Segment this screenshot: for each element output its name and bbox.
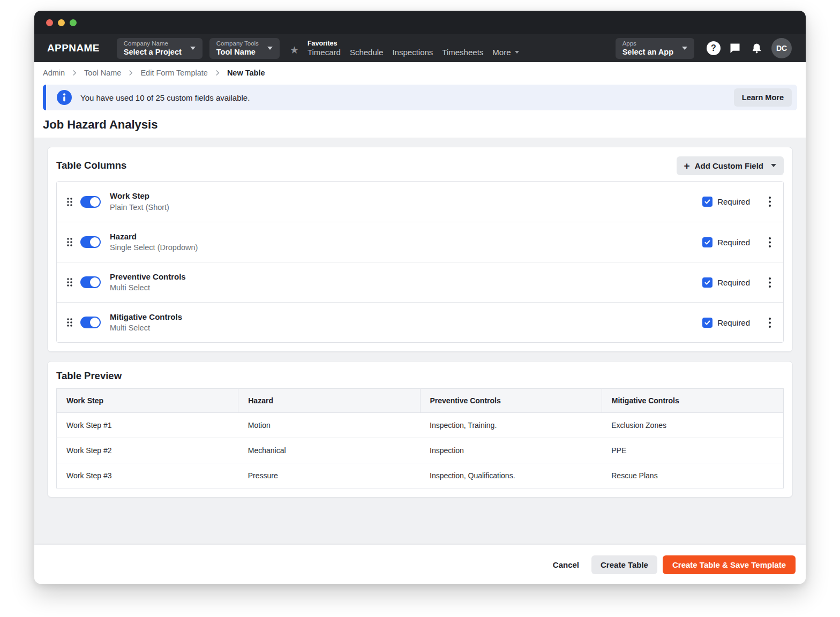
chevron-down-icon (771, 164, 776, 167)
apps-picker[interactable]: Apps Select an App (616, 38, 694, 59)
field-row-work-step: Work Step Plain Text (Short) Required (57, 182, 783, 222)
apps-picker-label: Apps (622, 40, 636, 47)
window-zoom-button[interactable] (70, 19, 77, 26)
project-picker-text: Company Name Select a Project (124, 40, 182, 57)
project-picker[interactable]: Company Name Select a Project (117, 38, 202, 59)
add-custom-field-button[interactable]: + Add Custom Field (677, 156, 784, 175)
apps-picker-value: Select an App (622, 47, 673, 57)
required-label: Required (717, 238, 750, 247)
breadcrumb: Admin Tool Name Edit Form Template New T… (34, 62, 806, 84)
nav-item-timecard[interactable]: Timecard (308, 48, 341, 57)
table-preview-heading: Table Preview (56, 370, 784, 382)
field-list: Work Step Plain Text (Short) Required (56, 181, 784, 343)
required-label: Required (717, 197, 750, 206)
field-toggle[interactable] (80, 196, 101, 208)
field-row-preventive-controls: Preventive Controls Multi Select Require… (57, 262, 783, 302)
help-button[interactable]: ? (703, 37, 724, 59)
add-custom-field-label: Add Custom Field (695, 161, 763, 170)
kebab-menu-button[interactable] (766, 315, 774, 330)
info-banner: You have used 10 of 25 custom fields ava… (43, 85, 797, 110)
breadcrumb-edit-form-template[interactable]: Edit Form Template (140, 69, 207, 77)
chevron-down-icon (515, 51, 519, 54)
footer-actions: Cancel Create Table Create Table & Save … (34, 545, 806, 584)
field-type: Plain Text (Short) (110, 202, 169, 213)
preview-header-row: Work Step Hazard Preventive Controls Mit… (57, 389, 784, 413)
cell: Mechanical (238, 438, 420, 463)
create-table-button[interactable]: Create Table (591, 555, 657, 574)
table-preview-card: Table Preview Work Step Hazard Preventiv… (47, 361, 793, 498)
field-toggle[interactable] (80, 236, 101, 248)
breadcrumb-tool-name[interactable]: Tool Name (84, 69, 121, 77)
drag-handle-icon[interactable] (64, 315, 75, 330)
field-row-hazard: Hazard Single Select (Dropdown) Required (57, 222, 783, 262)
main-content: Table Columns + Add Custom Field Work St… (34, 138, 806, 545)
field-toggle[interactable] (80, 317, 101, 328)
tool-picker-value: Tool Name (216, 47, 256, 57)
field-title: Preventive Controls (110, 271, 186, 283)
project-picker-value: Select a Project (124, 47, 182, 57)
tool-picker[interactable]: Company Tools Tool Name (209, 38, 280, 59)
table-columns-heading: Table Columns (56, 160, 126, 171)
cell: Inspection (420, 438, 602, 463)
chat-icon (729, 42, 741, 55)
nav-item-inspections[interactable]: Inspections (392, 48, 433, 57)
window-close-button[interactable] (46, 19, 53, 26)
required-checkbox[interactable] (702, 318, 712, 328)
chevron-right-icon (214, 69, 221, 77)
nav-item-timesheets[interactable]: Timesheets (442, 48, 483, 57)
field-toggle[interactable] (80, 276, 101, 288)
field-title: Mitigative Controls (110, 311, 182, 323)
required-checkbox[interactable] (702, 277, 712, 288)
favorites-nav: Favorites Timecard Schedule Inspections … (308, 40, 519, 57)
kebab-menu-button[interactable] (766, 275, 774, 290)
favorite-star-icon[interactable]: ★ (290, 44, 299, 56)
drag-handle-icon[interactable] (64, 235, 75, 250)
field-type: Single Select (Dropdown) (110, 242, 198, 253)
kebab-menu-button[interactable] (766, 235, 774, 250)
breadcrumb-admin[interactable]: Admin (43, 69, 65, 77)
preview-col-mitigative: Mitigative Controls (602, 389, 783, 413)
tool-picker-label: Company Tools (216, 40, 259, 47)
cell: Motion (238, 413, 420, 438)
app-window: APPNAME Company Name Select a Project Co… (34, 11, 806, 584)
create-table-save-button[interactable]: Create Table & Save Template (663, 555, 796, 574)
cell: Work Step #1 (57, 413, 238, 438)
required-label: Required (717, 278, 750, 287)
required-checkbox[interactable] (702, 197, 712, 207)
learn-more-button[interactable]: Learn More (734, 88, 792, 107)
nav-more-label: More (492, 48, 511, 57)
field-type: Multi Select (110, 282, 186, 294)
drag-handle-icon[interactable] (64, 194, 75, 209)
nav-item-schedule[interactable]: Schedule (350, 48, 384, 57)
kebab-menu-button[interactable] (766, 194, 774, 209)
breadcrumb-current: New Table (227, 69, 265, 77)
chat-button[interactable] (724, 37, 746, 59)
table-row: Work Step #1 Motion Inspection, Training… (57, 413, 784, 438)
field-title: Work Step (110, 190, 169, 202)
required-checkbox[interactable] (702, 237, 712, 247)
chevron-down-icon (190, 47, 196, 50)
avatar[interactable]: DC (771, 38, 792, 58)
required-label: Required (717, 318, 750, 327)
page-title: Job Hazard Analysis (34, 110, 806, 138)
nav-more[interactable]: More (492, 48, 519, 57)
cell: Work Step #3 (57, 463, 238, 488)
window-minimize-button[interactable] (58, 19, 65, 26)
preview-col-preventive: Preventive Controls (420, 389, 602, 413)
banner-message: You have used 10 of 25 custom fields ava… (80, 93, 734, 102)
cell: Exclusion Zones (602, 413, 783, 438)
chevron-down-icon (682, 47, 687, 50)
field-type: Multi Select (110, 322, 182, 334)
main-nav: Timecard Schedule Inspections Timesheets… (308, 48, 519, 57)
chevron-down-icon (267, 47, 273, 50)
notifications-button[interactable] (746, 37, 767, 59)
cancel-button[interactable]: Cancel (553, 560, 579, 569)
drag-handle-icon[interactable] (64, 275, 75, 290)
cell: Pressure (238, 463, 420, 488)
tool-picker-text: Company Tools Tool Name (216, 40, 259, 57)
plus-icon: + (684, 161, 690, 171)
preview-col-work-step: Work Step (57, 389, 238, 413)
app-logo: APPNAME (47, 42, 100, 54)
favorites-label: Favorites (308, 40, 519, 47)
preview-table: Work Step Hazard Preventive Controls Mit… (56, 388, 784, 488)
